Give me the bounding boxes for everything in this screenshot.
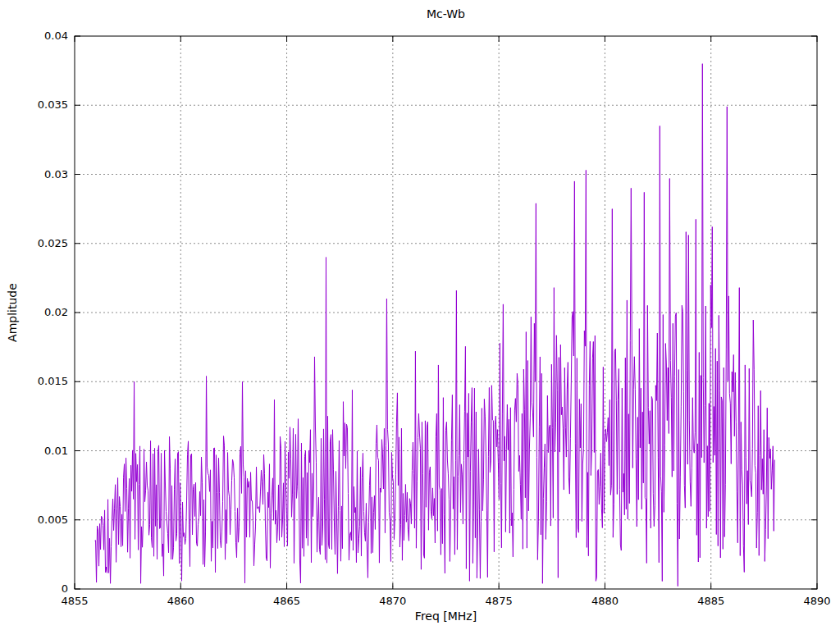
svg-text:4880: 4880 bbox=[591, 595, 619, 607]
y-axis-title: Amplitude bbox=[6, 272, 19, 354]
svg-text:4890: 4890 bbox=[803, 595, 830, 607]
svg-text:4875: 4875 bbox=[486, 595, 513, 607]
svg-text:0.005: 0.005 bbox=[38, 514, 68, 526]
spectrum-chart-svg: 4855486048654870487548804885489000.0050.… bbox=[0, 0, 840, 630]
svg-text:0.035: 0.035 bbox=[38, 98, 68, 111]
svg-text:0.025: 0.025 bbox=[38, 237, 68, 249]
svg-text:0.02: 0.02 bbox=[44, 306, 68, 318]
plot-canvas: 4855486048654870487548804885489000.0050.… bbox=[0, 0, 840, 630]
svg-text:4870: 4870 bbox=[379, 595, 406, 607]
svg-text:4860: 4860 bbox=[167, 595, 194, 607]
svg-text:4855: 4855 bbox=[61, 595, 88, 607]
chart-title: Mc-Wb bbox=[75, 7, 817, 21]
svg-text:4885: 4885 bbox=[697, 595, 724, 607]
x-axis-title: Freq [MHz] bbox=[75, 609, 817, 623]
svg-text:0.04: 0.04 bbox=[44, 30, 68, 42]
svg-text:0.01: 0.01 bbox=[44, 445, 68, 457]
svg-text:0.015: 0.015 bbox=[38, 375, 68, 387]
series-line bbox=[95, 64, 775, 587]
svg-text:0: 0 bbox=[62, 582, 68, 595]
svg-text:0.03: 0.03 bbox=[44, 168, 68, 180]
svg-text:4865: 4865 bbox=[273, 595, 300, 607]
